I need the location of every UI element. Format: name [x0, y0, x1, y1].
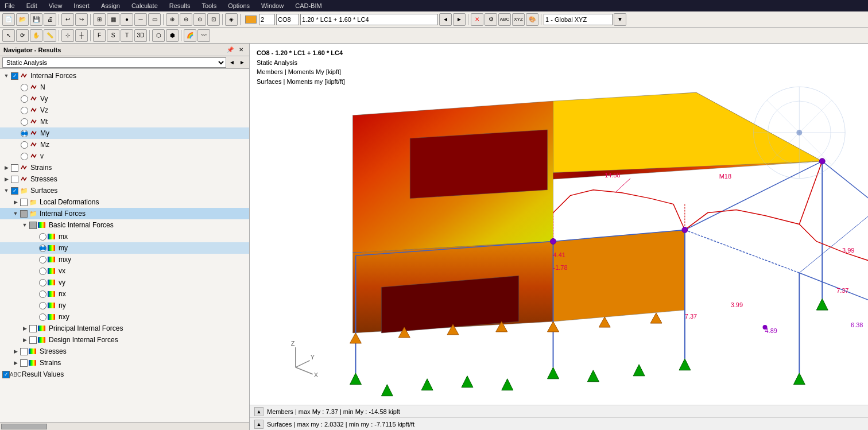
undo-button[interactable]: ↩ — [61, 13, 74, 26]
3d-view-button[interactable]: ◈ — [225, 13, 238, 26]
tree-item-stresses-surf[interactable]: ▶ Stresses — [0, 346, 249, 357]
menu-edit[interactable]: Edit — [24, 2, 40, 9]
load-case-co-combo[interactable]: CO8 — [276, 14, 299, 25]
tree-item-local-deformations[interactable]: ▶ 📁 Local Deformations — [0, 196, 249, 208]
load-case-formula-combo[interactable]: 1.20 * LC1 + 1.60 * LC4 — [300, 14, 438, 25]
radio-my[interactable] — [21, 130, 28, 137]
nav-arrow-left[interactable]: ◄ — [227, 58, 237, 67]
prev-case-button[interactable]: ◄ — [439, 13, 452, 26]
tree-item-vy[interactable]: Vy — [0, 93, 249, 104]
view-side-button[interactable]: S — [107, 29, 119, 42]
menu-tools[interactable]: Tools — [199, 2, 219, 9]
expand-principal-internal-forces[interactable]: ▶ — [21, 324, 29, 332]
open-button[interactable]: 📂 — [16, 13, 29, 26]
status-1-expand[interactable]: ▲ — [254, 407, 264, 416]
measure-button[interactable]: 📏 — [44, 29, 56, 42]
radio-my-surf[interactable] — [39, 245, 46, 252]
radio-n[interactable] — [21, 84, 28, 91]
menu-cad-bim[interactable]: CAD-BIM — [293, 2, 324, 9]
coord-dropdown-button[interactable]: ▼ — [614, 13, 626, 26]
view-front-button[interactable]: F — [93, 29, 106, 42]
zoom-fit-button[interactable]: ⊙ — [193, 13, 206, 26]
view-top-button[interactable]: T — [121, 29, 133, 42]
tree-item-strains-1[interactable]: ▶ Strains — [0, 162, 249, 173]
load-case-number-combo[interactable]: 2 — [259, 14, 275, 25]
radio-mz[interactable] — [21, 141, 28, 149]
tree-item-v[interactable]: v — [0, 150, 249, 162]
radio-nxy[interactable] — [39, 313, 46, 321]
expand-design-internal-forces[interactable]: ▶ — [21, 336, 29, 344]
menu-options[interactable]: Options — [226, 2, 252, 9]
radio-v[interactable] — [21, 153, 28, 160]
nav-close-button[interactable]: ✕ — [237, 45, 246, 55]
solid-button[interactable]: ⬢ — [166, 29, 179, 42]
render-button[interactable]: 🎨 — [526, 13, 538, 26]
scene-svg[interactable]: 14.58 M18 3.99 3.88 -4.89 7.37 4.41 -1.7… — [250, 44, 868, 405]
radio-ny[interactable] — [39, 302, 46, 309]
tree-item-internal-forces[interactable]: ▼ ✓ Internal Forces — [0, 70, 249, 82]
radio-nx[interactable] — [39, 290, 46, 298]
checkbox-result-values[interactable]: ✓ — [2, 371, 10, 378]
checkbox-surfaces[interactable]: ✓ — [11, 187, 18, 195]
radio-vy-surf[interactable] — [39, 279, 46, 286]
deform-button[interactable]: 〰 — [197, 29, 210, 42]
ortho-button[interactable]: ┼ — [75, 29, 88, 42]
expand-basic-internal-forces[interactable]: ▼ — [21, 221, 29, 229]
radio-mxy[interactable] — [39, 256, 46, 264]
tree-item-nx[interactable]: nx — [0, 288, 249, 300]
pan-button[interactable]: ✋ — [30, 29, 42, 42]
new-button[interactable]: 📄 — [2, 13, 15, 26]
member-button[interactable]: ─ — [134, 13, 147, 26]
expand-stresses[interactable]: ▶ — [2, 175, 10, 183]
menu-results[interactable]: Results — [167, 2, 193, 9]
wireframe-button[interactable]: ⬡ — [152, 29, 165, 42]
expand-stresses-surf[interactable]: ▶ — [11, 347, 20, 355]
expand-surfaces-internal-forces[interactable]: ▼ — [11, 210, 20, 218]
checkbox-strains-1[interactable] — [11, 164, 18, 172]
tree-item-mz[interactable]: Mz — [0, 139, 249, 150]
tree-item-mxy[interactable]: mxy — [0, 254, 249, 265]
checkbox-stresses-surf[interactable] — [20, 348, 28, 355]
tree-item-surfaces-internal-forces[interactable]: ▼ 📁 Internal Forces — [0, 208, 249, 219]
checkbox-stresses[interactable] — [11, 176, 18, 183]
tree-item-principal-internal-forces[interactable]: ▶ Principal Internal Forces — [0, 323, 249, 334]
tree-item-nxy[interactable]: nxy — [0, 311, 249, 323]
radio-vz[interactable] — [21, 107, 28, 114]
menu-file[interactable]: File — [2, 2, 17, 9]
menu-assign[interactable]: Assign — [99, 2, 122, 9]
tree-item-design-internal-forces[interactable]: ▶ Design Internal Forces — [0, 334, 249, 346]
checkbox-basic-internal-forces[interactable] — [29, 222, 37, 229]
menu-calculate[interactable]: Calculate — [129, 2, 160, 9]
coord-system-combo[interactable]: 1 - Global XYZ — [544, 14, 613, 25]
radio-vy[interactable] — [21, 95, 28, 103]
tree-item-basic-internal-forces[interactable]: ▼ Basic Internal Forces — [0, 219, 249, 231]
grid-button[interactable]: ⊞ — [93, 13, 106, 26]
checkbox-surfaces-internal-forces[interactable] — [20, 210, 28, 218]
tree-item-mt[interactable]: Mt — [0, 116, 249, 127]
results-button[interactable]: ✕ — [471, 13, 483, 26]
tree-item-surfaces[interactable]: ▼ ✓ 📁 Surfaces — [0, 185, 249, 196]
checkbox-design-internal-forces[interactable] — [29, 336, 37, 344]
view-options-button[interactable]: ⚙ — [485, 13, 497, 26]
expand-surfaces[interactable]: ▼ — [2, 187, 10, 195]
expand-strains-2[interactable]: ▶ — [11, 359, 20, 367]
node-button[interactable]: ● — [121, 13, 133, 26]
tree-item-strains-2[interactable]: ▶ Strains — [0, 357, 249, 369]
rotate-button[interactable]: ⟳ — [16, 29, 29, 42]
labels-button[interactable]: XYZ — [512, 13, 525, 26]
text-button[interactable]: ABC — [498, 13, 511, 26]
checkbox-local-deformations[interactable] — [20, 199, 28, 206]
expand-strains-1[interactable]: ▶ — [2, 164, 10, 172]
menu-insert[interactable]: Insert — [71, 2, 92, 9]
checkbox-principal-internal-forces[interactable] — [29, 325, 37, 332]
tree-item-vy-surf[interactable]: vy — [0, 277, 249, 288]
tree-item-result-values[interactable]: ✓ ABC Result Values — [0, 369, 249, 380]
color-scale-button[interactable]: 🌈 — [184, 29, 196, 42]
tree-item-n[interactable]: N — [0, 82, 249, 93]
nav-pin-button[interactable]: 📌 — [226, 45, 235, 55]
table-button[interactable]: ▦ — [107, 13, 119, 26]
checkbox-internal-forces[interactable]: ✓ — [11, 72, 18, 80]
tree-item-vz[interactable]: Vz — [0, 104, 249, 116]
navigator-dropdown[interactable]: Static Analysis — [2, 57, 226, 68]
select-button[interactable]: ↖ — [2, 29, 15, 42]
